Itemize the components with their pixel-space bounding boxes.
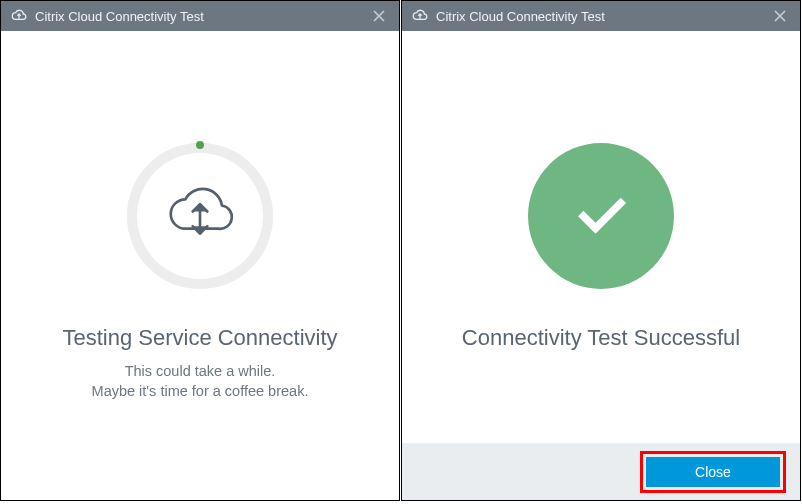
close-button[interactable]: Close bbox=[646, 457, 780, 487]
dialog-body: Connectivity Test Successful bbox=[402, 31, 800, 443]
dialog-footer: Close bbox=[402, 443, 800, 500]
close-icon[interactable] bbox=[768, 4, 792, 28]
titlebar: Citrix Cloud Connectivity Test bbox=[1, 1, 399, 31]
success-circle bbox=[528, 143, 674, 289]
cloud-up-icon bbox=[11, 8, 27, 24]
dialog-title: Citrix Cloud Connectivity Test bbox=[35, 9, 367, 24]
connectivity-test-dialog-success: Citrix Cloud Connectivity Test Connectiv… bbox=[401, 0, 801, 501]
status-heading: Testing Service Connectivity bbox=[62, 325, 337, 351]
status-subtext: This could take a while. Maybe it's time… bbox=[92, 361, 309, 402]
connectivity-test-dialog-running: Citrix Cloud Connectivity Test bbox=[0, 0, 400, 501]
close-button-highlight: Close bbox=[640, 451, 786, 493]
progress-tick bbox=[196, 141, 204, 149]
cloud-sync-icon bbox=[161, 175, 239, 257]
dialog-title: Citrix Cloud Connectivity Test bbox=[436, 9, 768, 24]
status-subtext-line2: Maybe it's time for a coffee break. bbox=[92, 381, 309, 401]
status-subtext-line1: This could take a while. bbox=[92, 361, 309, 381]
check-icon bbox=[566, 179, 636, 253]
titlebar: Citrix Cloud Connectivity Test bbox=[402, 1, 800, 31]
close-icon[interactable] bbox=[367, 4, 391, 28]
status-heading: Connectivity Test Successful bbox=[462, 325, 740, 351]
dialog-body: Testing Service Connectivity This could … bbox=[1, 31, 399, 500]
progress-spinner bbox=[127, 143, 273, 289]
cloud-up-icon bbox=[412, 8, 428, 24]
